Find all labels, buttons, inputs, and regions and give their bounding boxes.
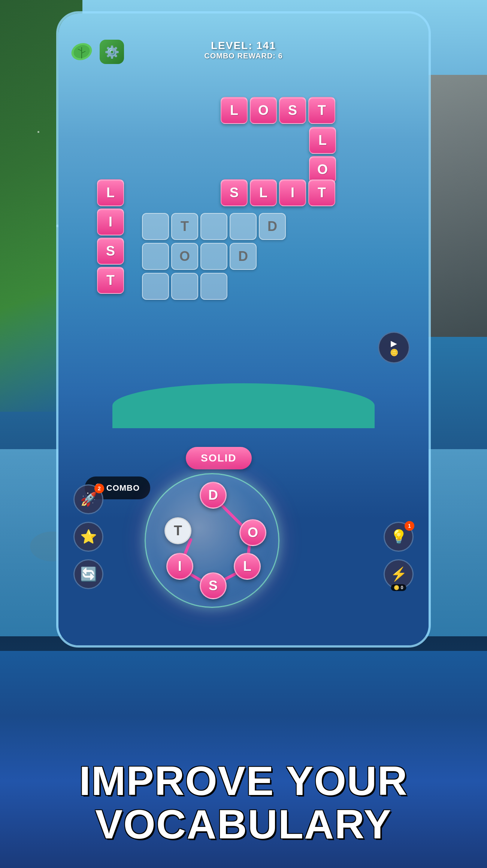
tile-I1: I [279, 179, 306, 206]
hint-button[interactable]: 💡 1 [384, 522, 414, 552]
bottom-text: IMPROVE YOUR VOCABULARY [79, 759, 408, 846]
grid-empty-8 [200, 273, 227, 300]
combo-reward-label: COMBO REWARD: 6 [204, 52, 282, 60]
lightning-counter: 🪙 0 [391, 584, 406, 591]
rocket-icon: 🚀 [80, 491, 97, 507]
gear-icon: ⚙️ [105, 45, 120, 59]
phone-frame: ⚙️ LEVEL: 141 COMBO REWARD: 6 L O S T L … [56, 11, 431, 648]
wheel-circle: D O L S I T [145, 473, 279, 608]
improve-line2: VOCABULARY [79, 802, 408, 846]
video-coin-button[interactable]: ▶ 🪙 [378, 332, 410, 363]
word-slit: S L I T [220, 178, 336, 207]
grid-T: T [171, 213, 198, 240]
teal-wave-bump [112, 383, 375, 428]
left-icons-group: 🚀 2 ⭐ 🔄 [73, 484, 103, 589]
combo-label: COMBO [106, 483, 140, 493]
tile-L2: L [250, 179, 277, 206]
video-play-icon: ▶ [391, 339, 397, 348]
leaf-button[interactable] [70, 40, 94, 64]
tile-L1: L [221, 97, 248, 124]
level-info: LEVEL: 141 COMBO REWARD: 6 [204, 40, 282, 60]
star-button[interactable]: ⭐ [73, 522, 103, 552]
level-label: LEVEL: 141 [204, 40, 282, 52]
star-icon: ⭐ [80, 529, 97, 545]
tile-S2: S [221, 179, 248, 206]
word-list-col: L I S T [96, 178, 125, 295]
tile-T2: T [308, 179, 335, 206]
wheel-letter-T[interactable]: T [164, 517, 191, 544]
wheel-letter-S[interactable]: S [200, 572, 227, 599]
tile-S1: S [279, 97, 306, 124]
rocket-badge: 2 [94, 484, 104, 493]
rocket-boost-button[interactable]: 🚀 2 [73, 484, 103, 514]
right-col-lo: L O [308, 126, 337, 184]
refresh-icon: 🔄 [80, 566, 97, 582]
grid-D1: D [259, 213, 286, 240]
tile-T1: T [308, 97, 335, 124]
solid-label: SOLID [186, 447, 252, 469]
hint-badge: 1 [405, 521, 414, 531]
grid-empty-7 [171, 273, 198, 300]
tile-O1: O [250, 97, 277, 124]
grid-D2: D [230, 243, 257, 270]
tile-T3: T [97, 267, 124, 294]
tile-L3: L [97, 179, 124, 206]
app-background: ⚙️ LEVEL: 141 COMBO REWARD: 6 L O S T L … [0, 0, 487, 868]
improve-line1: IMPROVE YOUR [79, 759, 408, 802]
grid-empty-5 [200, 243, 227, 270]
grid-empty-1 [142, 213, 169, 240]
grid-row-2: O D [141, 242, 258, 271]
grid-O2: O [171, 243, 198, 270]
sparkle-2 [37, 131, 39, 133]
right-icons-group: 💡 1 ⚡ 🪙 0 [384, 522, 414, 589]
grid-empty-2 [200, 213, 227, 240]
game-header: ⚙️ LEVEL: 141 COMBO REWARD: 6 [58, 28, 429, 60]
tile-L-right: L [309, 127, 336, 154]
lightning-button[interactable]: ⚡ 🪙 0 [384, 559, 414, 589]
grid-row-1: T D [141, 212, 287, 241]
grid-row-3 [141, 272, 229, 301]
settings-button[interactable]: ⚙️ [100, 40, 124, 64]
lightning-icon: ⚡ [390, 566, 407, 582]
coin-icon: 🪙 [390, 348, 398, 357]
tile-I2: I [97, 208, 124, 235]
wheel-letter-L[interactable]: L [234, 553, 261, 580]
wheel-letter-O[interactable]: O [239, 519, 266, 546]
phone-inner: ⚙️ LEVEL: 141 COMBO REWARD: 6 L O S T L … [58, 13, 429, 645]
letter-wheel[interactable]: D O L S I T [145, 473, 279, 608]
grid-empty-6 [142, 273, 169, 300]
wheel-letter-D[interactable]: D [200, 482, 227, 509]
word-lost: L O S T [220, 96, 336, 125]
grid-empty-4 [142, 243, 169, 270]
lightbulb-icon: 💡 [390, 529, 407, 545]
refresh-button[interactable]: 🔄 [73, 559, 103, 589]
bottom-banner: IMPROVE YOUR VOCABULARY [0, 651, 487, 868]
tile-S3: S [97, 238, 124, 265]
grid-empty-3 [230, 213, 257, 240]
wheel-letter-I[interactable]: I [166, 553, 193, 580]
